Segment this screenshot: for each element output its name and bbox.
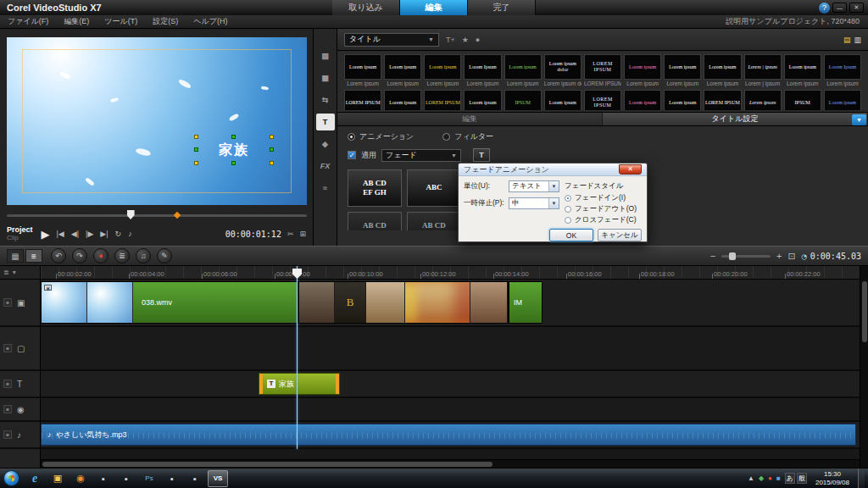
title-thumbnail[interactable]: Lorem ipsum Lorem ipsum: [424, 54, 461, 88]
photoshop-icon[interactable]: Ps: [139, 470, 159, 487]
pause-select[interactable]: 中 ▼: [509, 197, 559, 209]
ie-icon[interactable]: e: [25, 470, 45, 487]
title-overlay-text[interactable]: 家族: [219, 141, 249, 159]
resize-handle[interactable]: [231, 135, 236, 139]
ok-button[interactable]: OK: [549, 229, 593, 241]
zoom-in-icon[interactable]: +: [776, 251, 782, 261]
home-button[interactable]: |◀: [57, 230, 64, 238]
instant-project-icon[interactable]: ▦: [316, 69, 335, 86]
title-thumbnail[interactable]: Lorem ipsum: [384, 90, 421, 110]
apply-checkbox[interactable]: ✓: [348, 151, 356, 159]
video-clip[interactable]: ▣ 038.wmv: [41, 281, 298, 324]
cancel-button[interactable]: キャンセル: [598, 229, 642, 241]
fade-out-radio[interactable]: フェードアウト(O): [565, 204, 642, 214]
crossfade-radio[interactable]: クロスフェード(C): [565, 215, 642, 225]
title-thumbnail[interactable]: Lorem ipsum Lorem ipsum: [784, 54, 821, 88]
resize-handle[interactable]: [270, 147, 274, 152]
zoom-out-icon[interactable]: −: [710, 251, 715, 261]
menu-item[interactable]: 編集(E): [56, 15, 97, 28]
horizontal-scrollbar[interactable]: [41, 459, 860, 468]
track-list-icon[interactable]: ≣: [3, 269, 9, 276]
resize-handle[interactable]: [194, 161, 198, 165]
play-button[interactable]: ▶: [42, 228, 50, 241]
duration-timecode[interactable]: 0:00:45.03: [810, 252, 861, 261]
preview-timecode[interactable]: 00:00:01:12: [225, 230, 281, 239]
track-toggle[interactable]: ■: [3, 405, 12, 413]
storyboard-view-icon[interactable]: ▦: [7, 249, 24, 263]
track-toggle[interactable]: ■: [3, 430, 12, 439]
title-thumbnail[interactable]: Lorem ipsum: [464, 90, 501, 110]
split-clip-icon[interactable]: ✂: [287, 230, 294, 238]
menu-item[interactable]: 設定(S): [145, 15, 186, 28]
transition-icon[interactable]: ⇆: [316, 92, 335, 108]
menu-item[interactable]: ヘルプ(H): [186, 15, 235, 28]
app-icon-1[interactable]: ▪: [93, 470, 114, 487]
list-view-icon[interactable]: ▤: [843, 36, 851, 44]
filter-icon[interactable]: FX: [316, 158, 335, 175]
title-clip[interactable]: T 家族: [259, 373, 340, 395]
start-button[interactable]: [3, 470, 19, 486]
end-button[interactable]: ▶|: [100, 230, 108, 238]
vertical-scrollbar-thumb[interactable]: [862, 281, 867, 342]
tab-title-settings[interactable]: タイトル設定: [603, 113, 868, 125]
title-thumbnail[interactable]: LOREM IPSUM: [344, 90, 381, 110]
timeline-view-icon[interactable]: ≡: [25, 249, 42, 263]
preview-scrubber[interactable]: [7, 210, 307, 220]
title-thumbnail[interactable]: LOREM IPSUM: [424, 90, 461, 110]
chevron-down-icon[interactable]: ▼: [548, 198, 559, 208]
mode-clip[interactable]: Clip: [7, 235, 33, 242]
fade-in-radio[interactable]: フェードイン(I): [565, 193, 642, 203]
horizontal-scrollbar-thumb[interactable]: [42, 462, 492, 467]
resize-handle[interactable]: [194, 147, 198, 152]
media-library-icon[interactable]: ▤: [316, 47, 335, 64]
tray-status-3[interactable]: ■: [776, 474, 781, 482]
chevron-down-icon[interactable]: ▾: [13, 269, 16, 276]
menu-item[interactable]: ツール(T): [97, 15, 145, 28]
title-thumbnail[interactable]: LOREM IPSUM: [584, 90, 621, 110]
track-manager-icon[interactable]: ✎: [157, 248, 172, 263]
tab-capture[interactable]: 取り込み: [332, 0, 400, 15]
title-thumbnail[interactable]: Lorem ipsum Lorem ipsum: [624, 54, 661, 88]
preview-video[interactable]: 家族: [7, 37, 307, 205]
explorer-icon[interactable]: ▣: [47, 470, 68, 487]
title-thumbnail[interactable]: Lorem ipsum Lorem ipsum: [664, 54, 701, 88]
auto-music-icon[interactable]: ♫: [136, 248, 151, 263]
fade-preset-thumbnail[interactable]: AB CD EF: [407, 212, 461, 230]
track-toggle[interactable]: ■: [3, 344, 12, 352]
music-track-header[interactable]: ■ ♪: [0, 422, 40, 449]
resize-handle[interactable]: [270, 161, 274, 165]
scrubber-handle[interactable]: [127, 210, 135, 219]
trim-marker[interactable]: [174, 212, 181, 219]
fade-preset-thumbnail[interactable]: AB CD EF GH: [348, 212, 402, 230]
zoom-slider-handle[interactable]: [729, 252, 736, 260]
chevron-down-icon[interactable]: ▼: [548, 181, 559, 191]
close-button[interactable]: ✕: [849, 3, 864, 13]
title-thumbnail[interactable]: LOREM IPSUM LOREM IPSUM: [584, 54, 621, 88]
tab-share[interactable]: 完了: [468, 0, 536, 15]
title-thumbnail[interactable]: Lorem ipsum: [824, 90, 861, 110]
customize-animation-button[interactable]: T: [473, 148, 490, 162]
dialog-close-button[interactable]: ✕: [619, 164, 642, 175]
redo-icon[interactable]: ↷: [72, 248, 87, 263]
tab-edit[interactable]: 編集: [400, 0, 468, 15]
hidden-icons-arrow[interactable]: ▲: [748, 474, 754, 482]
filter-radio[interactable]: フィルター: [442, 131, 493, 142]
next-frame-button[interactable]: |▶: [86, 230, 93, 238]
overlay-track-header[interactable]: ■ ▢: [0, 327, 40, 371]
motion-icon[interactable]: ≈: [316, 180, 335, 197]
media-player-icon[interactable]: ◉: [70, 470, 91, 487]
videostudio-icon[interactable]: VS: [208, 470, 228, 487]
favorite-icon[interactable]: ●: [476, 36, 480, 44]
title-icon[interactable]: T: [316, 114, 335, 130]
title-thumbnail[interactable]: Lorem ipsum: [544, 90, 581, 110]
tab-edit-options[interactable]: 編集: [337, 113, 603, 125]
menu-item[interactable]: ファイル(F): [0, 15, 56, 28]
video-track-header[interactable]: ■ ▣: [0, 280, 40, 327]
collapse-panel-button[interactable]: ▼: [852, 114, 866, 125]
video-clip-2[interactable]: IM: [509, 281, 542, 324]
vertical-scrollbar[interactable]: [860, 266, 868, 468]
app-icon-4[interactable]: ▪: [185, 470, 205, 487]
playhead-line[interactable]: [297, 266, 298, 449]
resize-handle[interactable]: [194, 135, 198, 139]
fade-preset-thumbnail[interactable]: ABC: [407, 169, 461, 207]
